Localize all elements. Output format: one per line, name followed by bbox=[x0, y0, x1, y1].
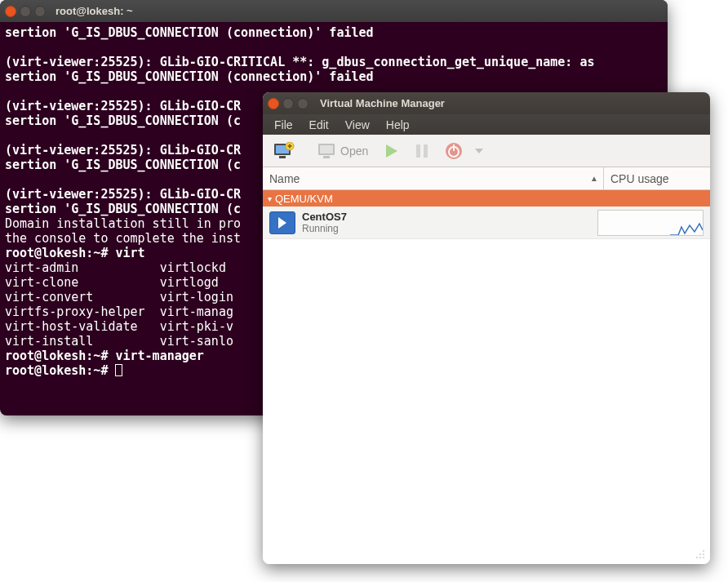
open-label: Open bbox=[340, 144, 368, 158]
terminal-line: virt-admin virtlockd bbox=[5, 260, 226, 275]
vmm-window-title: Virtual Machine Manager bbox=[320, 97, 445, 109]
monitor-new-icon bbox=[273, 142, 295, 160]
cpu-usage-sparkline bbox=[597, 210, 704, 236]
play-icon bbox=[278, 217, 286, 229]
terminal-line: virt-clone virtlogd bbox=[5, 275, 219, 290]
svg-point-16 bbox=[703, 550, 704, 552]
terminal-line: Domain installation still in pro bbox=[5, 216, 241, 231]
column-name[interactable]: Name ▲ bbox=[263, 167, 604, 189]
terminal-line: (virt-viewer:25525): GLib-GIO-CRITICAL *… bbox=[5, 55, 594, 69]
column-name-label: Name bbox=[269, 172, 300, 185]
shutdown-button[interactable] bbox=[439, 139, 468, 163]
svg-point-17 bbox=[699, 553, 701, 555]
svg-rect-11 bbox=[424, 144, 428, 158]
connection-label: QEMU/KVM bbox=[275, 193, 333, 205]
svg-point-21 bbox=[703, 557, 704, 558]
vmm-window: Virtual Machine Manager File Edit View H… bbox=[263, 92, 710, 564]
svg-rect-2 bbox=[279, 156, 286, 158]
terminal-line: sertion 'G_IS_DBUS_CONNECTION (connectio… bbox=[5, 25, 374, 40]
new-vm-button[interactable] bbox=[268, 139, 300, 163]
terminal-line: sertion 'G_IS_DBUS_CONNECTION (c bbox=[5, 202, 241, 216]
pause-button[interactable] bbox=[408, 139, 436, 163]
column-cpu[interactable]: CPU usage bbox=[604, 167, 710, 189]
svg-point-19 bbox=[696, 557, 698, 558]
terminal-prompt: root@lokesh:~# bbox=[5, 363, 115, 378]
pause-icon bbox=[414, 143, 430, 159]
terminal-line: root@lokesh:~# virt bbox=[5, 246, 145, 260]
monitor-icon bbox=[317, 143, 337, 159]
terminal-titlebar[interactable]: root@lokesh: ~ bbox=[0, 0, 668, 22]
terminal-line: virt-host-validate virt-pki-v bbox=[5, 319, 233, 334]
svg-rect-8 bbox=[323, 156, 330, 158]
chevron-down-icon bbox=[474, 146, 484, 156]
terminal-line: virt-install virt-sanlo bbox=[5, 334, 233, 349]
svg-rect-14 bbox=[453, 144, 455, 151]
vmm-minimize-button[interactable] bbox=[282, 98, 294, 109]
resize-grip-icon[interactable] bbox=[694, 548, 705, 559]
svg-rect-7 bbox=[320, 145, 333, 153]
sort-asc-icon: ▲ bbox=[590, 174, 598, 183]
svg-marker-9 bbox=[386, 144, 397, 158]
menu-edit[interactable]: Edit bbox=[303, 117, 335, 133]
terminal-line: (virt-viewer:25525): GLib-GIO-CR bbox=[5, 143, 241, 158]
terminal-maximize-button[interactable] bbox=[34, 6, 46, 17]
terminal-line: root@lokesh:~# virt-manager bbox=[5, 349, 204, 363]
terminal-line: (virt-viewer:25525): GLib-GIO-CR bbox=[5, 99, 241, 113]
shutdown-menu-button[interactable] bbox=[472, 139, 486, 163]
connection-row[interactable]: ▾ QEMU/KVM bbox=[263, 190, 710, 207]
terminal-line: sertion 'G_IS_DBUS_CONNECTION (connectio… bbox=[5, 69, 374, 84]
vm-row[interactable]: CentOS7 Running bbox=[263, 207, 710, 239]
vm-name: CentOS7 bbox=[302, 211, 347, 223]
svg-marker-15 bbox=[475, 149, 483, 153]
terminal-cursor bbox=[115, 364, 122, 376]
chevron-down-icon: ▾ bbox=[268, 194, 272, 203]
terminal-line: virt-convert virt-login bbox=[5, 290, 233, 304]
svg-point-18 bbox=[703, 553, 704, 555]
vmm-toolbar: Open bbox=[263, 135, 710, 167]
terminal-line: virtfs-proxy-helper virt-manag bbox=[5, 304, 233, 319]
open-console-button[interactable]: Open bbox=[312, 139, 374, 163]
vmm-list[interactable]: ▾ QEMU/KVM CentOS7 Running bbox=[263, 190, 710, 564]
run-button[interactable] bbox=[377, 139, 405, 163]
terminal-line: sertion 'G_IS_DBUS_CONNECTION (c bbox=[5, 113, 241, 128]
vmm-close-button[interactable] bbox=[268, 98, 279, 109]
menu-view[interactable]: View bbox=[339, 117, 376, 133]
sparkline-icon bbox=[670, 222, 703, 235]
menu-help[interactable]: Help bbox=[380, 117, 416, 133]
vmm-maximize-button[interactable] bbox=[297, 98, 309, 109]
terminal-line: (virt-viewer:25525): GLib-GIO-CR bbox=[5, 187, 241, 202]
terminal-line: sertion 'G_IS_DBUS_CONNECTION (c bbox=[5, 158, 241, 172]
terminal-title: root@lokesh: ~ bbox=[55, 5, 133, 17]
vm-state: Running bbox=[302, 223, 347, 234]
terminal-minimize-button[interactable] bbox=[20, 6, 31, 17]
vmm-titlebar[interactable]: Virtual Machine Manager bbox=[263, 92, 710, 114]
menu-file[interactable]: File bbox=[268, 117, 300, 133]
svg-rect-5 bbox=[288, 145, 292, 147]
play-icon bbox=[383, 143, 399, 159]
column-cpu-label: CPU usage bbox=[610, 172, 669, 185]
terminal-line: the console to complete the inst bbox=[5, 231, 241, 246]
svg-rect-10 bbox=[416, 144, 420, 158]
terminal-close-button[interactable] bbox=[5, 6, 16, 17]
vmm-column-headers: Name ▲ CPU usage bbox=[263, 167, 710, 190]
vm-running-icon bbox=[269, 211, 295, 234]
svg-point-20 bbox=[699, 557, 701, 558]
vmm-menubar: File Edit View Help bbox=[263, 114, 710, 135]
power-icon bbox=[445, 142, 463, 160]
